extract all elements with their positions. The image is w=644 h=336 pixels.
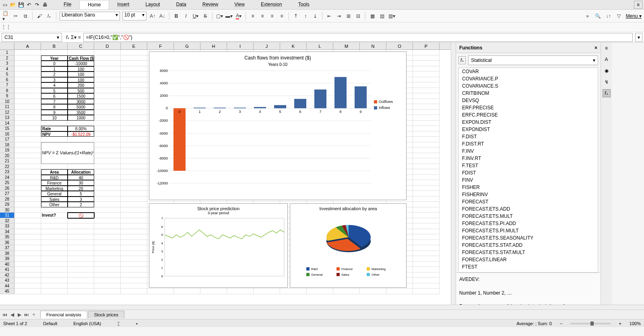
cell-A10[interactable]: [14, 99, 41, 104]
row-header[interactable]: 11: [0, 104, 14, 110]
cell-P5[interactable]: [413, 72, 440, 77]
zoom-out-icon[interactable]: −: [560, 321, 562, 326]
cell-P26[interactable]: [413, 186, 440, 191]
cell-E44[interactable]: [121, 283, 147, 289]
row-header[interactable]: 37: [0, 245, 14, 251]
cell-C17[interactable]: [68, 137, 94, 142]
paste-icon[interactable]: 📋▾: [2, 12, 10, 20]
cell-E22[interactable]: [121, 164, 147, 170]
row-header[interactable]: 18: [0, 142, 14, 148]
cell-C43[interactable]: [68, 278, 94, 283]
cell-C2[interactable]: Cash Flow ($): [68, 55, 94, 61]
font-size-select[interactable]: 10 pt ▾: [122, 12, 147, 20]
cell-D19[interactable]: [94, 148, 121, 153]
cell-P4[interactable]: [413, 66, 440, 72]
cell-D21[interactable]: [94, 158, 121, 164]
cell-B45[interactable]: [41, 289, 68, 294]
copy-icon[interactable]: ⧉: [22, 12, 29, 20]
cell-B41[interactable]: [41, 267, 68, 272]
col-header-P[interactable]: P: [413, 43, 440, 49]
cell-E38[interactable]: [121, 251, 147, 256]
row-header[interactable]: 6: [0, 77, 14, 83]
sheet-tab[interactable]: Financial analysis: [40, 311, 87, 318]
function-item[interactable]: COVARIANCE.P: [459, 75, 598, 82]
cell-P13[interactable]: [413, 115, 440, 121]
cell-B26[interactable]: Marketing: [41, 186, 68, 191]
cell-D20[interactable]: [94, 153, 121, 159]
cell-E12[interactable]: [121, 110, 147, 115]
cell-B27[interactable]: General: [41, 191, 68, 197]
cell-A3[interactable]: [14, 61, 41, 66]
cell-N45[interactable]: [360, 289, 386, 294]
cell-B1[interactable]: [41, 50, 68, 55]
cell-P36[interactable]: [413, 240, 440, 246]
cell-A35[interactable]: [14, 234, 41, 240]
col-header-B[interactable]: B: [41, 43, 68, 49]
cell-E31[interactable]: [121, 213, 147, 218]
function-item[interactable]: FORECAST.ETS.PI.MULT: [459, 227, 598, 234]
cell-D10[interactable]: [94, 99, 121, 104]
cell-C29[interactable]: 2: [68, 202, 94, 207]
cell-P23[interactable]: [413, 169, 440, 175]
strike-icon[interactable]: S: [202, 12, 209, 20]
cond-format-icon[interactable]: ▦: [369, 12, 376, 20]
cell-C9[interactable]: 1500: [68, 93, 94, 99]
cell-P14[interactable]: [413, 121, 440, 126]
cell-A18[interactable]: [14, 142, 41, 148]
row-header[interactable]: 41: [0, 267, 14, 272]
sum-icon[interactable]: Σ▾: [71, 35, 76, 40]
fx-icon[interactable]: fₓ: [66, 35, 69, 40]
sort-asc-icon[interactable]: ↓↑: [605, 12, 612, 20]
cell-A24[interactable]: [14, 175, 41, 180]
cell-A2[interactable]: [14, 55, 41, 61]
cell-P21[interactable]: [413, 158, 440, 164]
clear-format-icon[interactable]: Iₓ: [45, 12, 53, 20]
cell-P24[interactable]: [413, 175, 440, 180]
col-header-E[interactable]: E: [121, 43, 147, 49]
menu-data[interactable]: Data: [168, 0, 194, 9]
cell-B36[interactable]: [41, 240, 68, 246]
cell-B2[interactable]: Year: [41, 55, 68, 61]
cell-A45[interactable]: [14, 289, 41, 294]
col-header-O[interactable]: O: [386, 43, 413, 49]
cell-B7[interactable]: 4: [41, 82, 68, 88]
cell-P10[interactable]: [413, 99, 440, 104]
col-header-F[interactable]: F: [147, 43, 174, 49]
border-icon[interactable]: ▢▾: [216, 12, 223, 20]
cell-B39[interactable]: [41, 256, 68, 262]
cell-C1[interactable]: [68, 50, 94, 55]
cell-D13[interactable]: [94, 115, 121, 121]
cell-P18[interactable]: [413, 142, 440, 148]
cell-E6[interactable]: [121, 77, 147, 83]
row-header[interactable]: 25: [0, 180, 14, 186]
cell-C13[interactable]: 1000: [68, 115, 94, 121]
function-item[interactable]: F.INV.RT: [459, 155, 598, 162]
cell-A19[interactable]: [14, 148, 41, 153]
cell-P29[interactable]: [413, 202, 440, 207]
cell-A20[interactable]: [14, 153, 41, 159]
cell-C38[interactable]: [68, 251, 94, 256]
cell-A37[interactable]: [14, 245, 41, 251]
cell-B11[interactable]: 8: [41, 104, 68, 110]
row-header[interactable]: 31: [0, 213, 14, 218]
cell-P38[interactable]: [413, 251, 440, 256]
cell-B35[interactable]: [41, 234, 68, 240]
cell-D9[interactable]: [94, 93, 121, 99]
cell-A25[interactable]: [14, 180, 41, 186]
cell-A39[interactable]: [14, 256, 41, 262]
row-header[interactable]: 24: [0, 175, 14, 180]
col-header-M[interactable]: M: [333, 43, 360, 49]
cell-D8[interactable]: [94, 88, 121, 94]
row-header[interactable]: 42: [0, 272, 14, 278]
cell-P17[interactable]: [413, 137, 440, 142]
cell-D24[interactable]: [94, 175, 121, 180]
cell-C24[interactable]: 40: [68, 175, 94, 180]
cell-P40[interactable]: [413, 262, 440, 267]
cell-E23[interactable]: [121, 169, 147, 175]
cell-C37[interactable]: [68, 245, 94, 251]
row-header[interactable]: 16: [0, 131, 14, 137]
cell-E28[interactable]: [121, 197, 147, 202]
cut-icon[interactable]: ✂: [12, 12, 19, 20]
row-header[interactable]: 9: [0, 93, 14, 99]
function-list[interactable]: COVARCOVARIANCE.PCOVARIANCE.SCRITBINOMDE…: [458, 68, 598, 272]
